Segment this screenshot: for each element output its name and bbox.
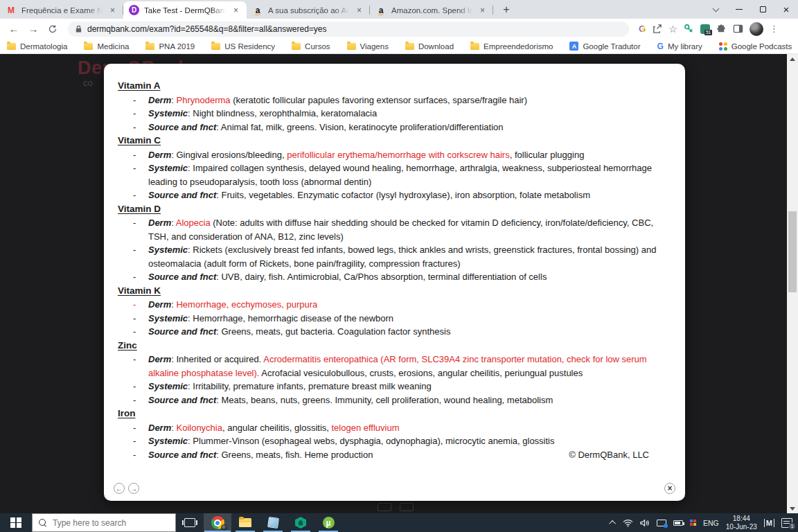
copyright: © DermQBank, LLC [569, 448, 649, 462]
bookmarks-bar: Dermatologia Medicina PNA 2019 US Reside… [0, 39, 798, 54]
bullet-dash: - [133, 121, 148, 134]
bullet-row: -Derm: Koilonychia, angular cheilitis, g… [118, 421, 668, 435]
folder-icon [211, 43, 220, 50]
amazon-icon: a [375, 5, 387, 16]
scroll-up-arrow[interactable] [787, 54, 798, 64]
back-button[interactable]: ← [6, 21, 22, 37]
taskbar-utorrent-button[interactable]: µ [314, 513, 342, 532]
bookmark-viagens[interactable]: Viagens [347, 42, 389, 51]
extensions-puzzle-icon[interactable] [716, 24, 727, 34]
maximize-button[interactable] [751, 0, 774, 19]
browser-menu-icon[interactable]: ⋮ [770, 24, 779, 34]
reload-icon [48, 24, 57, 34]
new-tab-button[interactable]: + [497, 1, 515, 19]
previous-question-button[interactable]: ← [114, 483, 125, 494]
tab-close-icon[interactable]: × [107, 5, 118, 15]
file-explorer-icon [239, 518, 251, 527]
side-panel-icon[interactable] [733, 24, 743, 34]
bullet-dash: - [133, 94, 148, 107]
close-window-button[interactable]: × [774, 0, 798, 19]
bullet-dash: - [133, 393, 148, 407]
forward-button[interactable]: → [25, 21, 42, 37]
bookmark-dermatologia[interactable]: Dermatologia [7, 42, 67, 51]
wifi-icon[interactable] [623, 519, 633, 527]
bullet-row: -Systemic: Plummer-Vinson (esophageal we… [118, 434, 668, 448]
task-view-button[interactable] [176, 513, 204, 532]
bookmark-pna-2019[interactable]: PNA 2019 [145, 42, 195, 51]
action-center-icon[interactable]: 1 [781, 518, 792, 528]
folder-icon [347, 43, 356, 50]
password-key-icon[interactable] [684, 24, 694, 34]
bookmark-download[interactable]: Download [405, 42, 454, 51]
battery-icon[interactable] [673, 520, 683, 526]
bookmark-my-library[interactable]: GMy library [657, 42, 702, 51]
search-input[interactable] [53, 518, 157, 528]
bullet-text: Systemic: Irritability, premature infant… [148, 380, 668, 393]
bookmark-us-residency[interactable]: US Residency [211, 42, 275, 51]
tray-app-icon[interactable] [690, 520, 697, 526]
section-title: Zinc [118, 339, 668, 353]
profile-avatar[interactable] [750, 22, 763, 36]
folder-icon [405, 43, 414, 50]
language-indicator[interactable]: ENG [703, 519, 719, 527]
folder-icon [7, 43, 16, 50]
tab-close-icon[interactable]: × [354, 5, 364, 15]
tab-amazon-prime[interactable]: a A sua subscrição ao Amazon Prin × [247, 1, 370, 19]
photos-app-icon [267, 517, 279, 529]
page-scrollbar[interactable] [787, 54, 798, 513]
tab-dermqbank-active[interactable]: D Take Test - DermQBank × [123, 1, 247, 19]
scrollbar-thumb[interactable] [788, 211, 797, 292]
clock[interactable]: 18:4410-Jun-23 [726, 515, 757, 531]
taskbar-file-explorer-button[interactable] [231, 513, 259, 532]
tab-gmail[interactable]: M Frequência e Exame Normal Anat × [0, 1, 123, 19]
taskbar-photos-button[interactable] [259, 513, 287, 532]
display-device-icon[interactable] [657, 520, 666, 526]
notification-badge: 1 [788, 522, 796, 530]
section-title: Vitamin C [118, 134, 668, 148]
tab-close-icon[interactable]: × [477, 5, 488, 15]
m-tray-icon[interactable]: M [764, 519, 774, 527]
bullet-row: -Source and fnct: Animal fat, milk, gree… [118, 121, 668, 134]
share-icon[interactable] [652, 24, 662, 34]
reload-button[interactable] [44, 21, 61, 37]
translate-icon: A [569, 42, 578, 51]
bookmark-medicina[interactable]: Medicina [84, 42, 129, 51]
close-card-button[interactable]: × [664, 483, 675, 494]
bullet-dash: - [133, 243, 148, 270]
google-g-icon[interactable]: G [639, 24, 646, 34]
bullet-dash: - [133, 448, 148, 462]
taskbar-chrome-button[interactable] [204, 513, 231, 532]
tab-strip: M Frequência e Exame Normal Anat × D Tak… [0, 0, 798, 19]
bullet-text: Systemic: Night blindness, xerophthalmia… [148, 107, 668, 121]
tab-title: Amazon.com. Spend less. Smile n [391, 6, 472, 15]
bullet-dash: - [133, 188, 148, 202]
taskbar-search[interactable] [32, 513, 176, 532]
bullet-row: -Source and fnct: Meats, beans, nuts, gr… [118, 393, 668, 407]
bookmark-google-tradutor[interactable]: AGoogle Tradutor [569, 42, 640, 51]
tray-chevron-up-icon[interactable] [609, 520, 616, 527]
screen: M Frequência e Exame Normal Anat × D Tak… [0, 0, 798, 532]
taskbar-kaspersky-button[interactable] [287, 513, 314, 532]
tab-amazon[interactable]: a Amazon.com. Spend less. Smile n × [370, 1, 493, 19]
bookmark-empreendedorismo[interactable]: Empreendedorismo [470, 42, 553, 51]
address-bar[interactable]: dermqbank.com/exam?id=265548&q=8&filter=… [68, 21, 629, 37]
scroll-down-arrow[interactable] [787, 504, 798, 513]
bullet-row: -Derm: Gingival erosions/bleeding, perif… [118, 148, 668, 162]
bullet-dash: - [133, 421, 148, 435]
tab-close-icon[interactable]: × [231, 5, 241, 15]
bullet-text: Derm: Alopecia (Note: adults with diffus… [148, 216, 668, 243]
next-question-button[interactable]: → [128, 483, 139, 494]
bookmark-google-podcasts[interactable]: Google Podcasts [719, 42, 792, 51]
bookmark-star-icon[interactable]: ☆ [668, 24, 677, 34]
extension-51-icon[interactable]: 51 [700, 24, 710, 34]
bullet-dash: - [133, 434, 148, 448]
volume-icon[interactable] [640, 519, 650, 527]
minimize-button[interactable] [727, 0, 751, 19]
tab-search-chevron-icon[interactable] [704, 0, 727, 19]
bookmark-cursos[interactable]: Cursos [292, 42, 330, 51]
chrome-profile-badge [221, 524, 227, 531]
podcasts-icon [719, 42, 727, 51]
bullet-row: -Derm: Hemorrhage, ecchymoses, purpura [118, 298, 668, 312]
bullet-text: Systemic: Plummer-Vinson (esophageal web… [148, 434, 668, 448]
start-button[interactable] [0, 513, 32, 532]
